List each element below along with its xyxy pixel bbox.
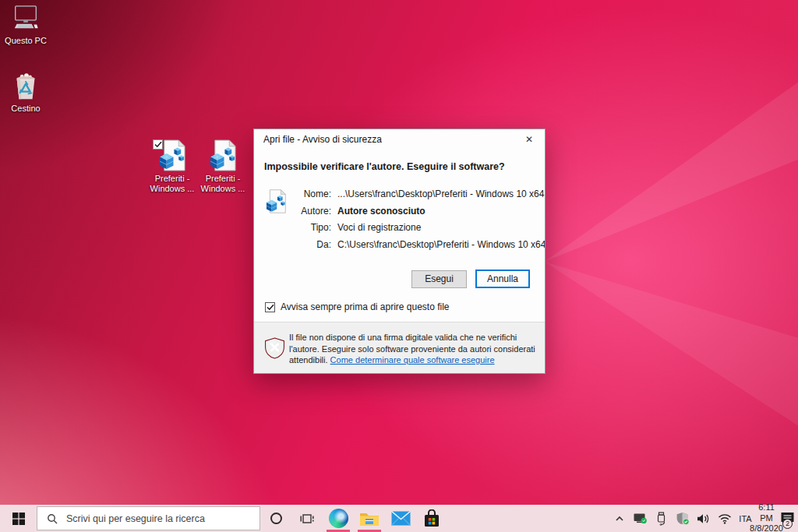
field-value: ...\Users\franc\Desktop\Preferiti - Wind… xyxy=(337,188,545,200)
volume-icon xyxy=(697,513,710,524)
task-view-icon xyxy=(300,513,314,525)
dialog-heading: Impossibile verificare l'autore. Eseguir… xyxy=(264,161,505,172)
taskbar-file-explorer-button[interactable] xyxy=(354,505,385,532)
field-label: Nome: xyxy=(254,188,337,200)
taskbar-search[interactable] xyxy=(37,506,260,530)
cortana-icon xyxy=(270,513,282,524)
label-line2: Windows ... xyxy=(201,184,245,193)
file-info-fields: Nome: ...\Users\franc\Desktop\Preferiti … xyxy=(254,188,545,255)
field-row-tipo: Tipo: Voci di registrazione xyxy=(254,222,545,234)
action-center-button[interactable]: 2 xyxy=(777,505,798,532)
cancel-button[interactable]: Annulla xyxy=(475,270,530,288)
dialog-titlebar[interactable]: Apri file - Avviso di sicurezza ✕ xyxy=(254,129,545,150)
desktop-icon-preferiti-1[interactable]: Preferiti -Windows ... xyxy=(147,139,198,194)
microsoft-store-icon xyxy=(423,509,440,528)
registry-file-icon xyxy=(210,139,237,171)
volume-button[interactable] xyxy=(693,505,714,532)
taskbar-mail-button[interactable] xyxy=(385,505,416,532)
taskbar-clock[interactable]: 6:11 PM 8/8/2020 xyxy=(756,505,777,532)
edge-icon xyxy=(329,509,348,528)
dialog-warning-footer: Il file non dispone di una firma digital… xyxy=(254,322,545,373)
tray-defender-button[interactable] xyxy=(672,505,693,532)
desktop-icon-label: Preferiti -Windows ... xyxy=(147,174,198,194)
search-icon xyxy=(47,513,58,524)
desktop-icon-label: Preferiti -Windows ... xyxy=(197,174,249,194)
desktop[interactable]: Questo PC Cestino Preferiti -Windows ...… xyxy=(0,0,798,532)
desktop-icon-label: Questo PC xyxy=(0,36,51,46)
start-button[interactable] xyxy=(0,505,37,532)
run-button[interactable]: Esegui xyxy=(411,270,467,288)
wifi-button[interactable] xyxy=(714,505,735,532)
field-label: Autore: xyxy=(254,206,337,217)
tray-display-status-button[interactable] xyxy=(630,505,651,532)
hidden-icons-chevron[interactable] xyxy=(609,505,630,532)
windows-logo-wallpaper xyxy=(548,209,659,324)
desktop-icon-label: Cestino xyxy=(0,104,51,114)
recycle-bin-icon xyxy=(11,72,41,101)
notification-badge: 2 xyxy=(782,519,793,529)
taskbar-edge-button[interactable] xyxy=(323,505,354,532)
mail-icon xyxy=(391,511,411,526)
field-row-nome: Nome: ...\Users\franc\Desktop\Preferiti … xyxy=(254,188,545,200)
desktop-icon-questo-pc[interactable]: Questo PC xyxy=(0,4,51,46)
clock-time: 6:11 PM xyxy=(756,502,777,523)
tray-usb-button[interactable] xyxy=(651,505,672,532)
field-label: Tipo: xyxy=(254,222,337,234)
computer-icon xyxy=(11,4,41,33)
field-value: C:\Users\franc\Desktop\Preferiti - Windo… xyxy=(337,239,545,251)
cortana-button[interactable] xyxy=(260,505,291,532)
field-value: Voci di registrazione xyxy=(337,222,425,234)
chevron-up-icon xyxy=(615,516,624,522)
security-warning-dialog: Apri file - Avviso di sicurezza ✕ Imposs… xyxy=(253,129,546,374)
label-line2: Windows ... xyxy=(150,184,195,193)
field-value: Autore sconosciuto xyxy=(337,206,430,217)
windows-start-icon xyxy=(12,513,25,525)
system-tray: ITA 6:11 PM 8/8/2020 2 xyxy=(609,505,798,532)
taskbar: ITA 6:11 PM 8/8/2020 2 xyxy=(0,505,798,532)
desktop-icon-preferiti-2[interactable]: Preferiti -Windows ... xyxy=(197,139,249,194)
checkbox-label: Avvisa sempre prima di aprire questo fil… xyxy=(281,301,450,312)
task-view-button[interactable] xyxy=(291,505,323,532)
close-icon[interactable]: ✕ xyxy=(514,129,545,150)
label-line1: Preferiti - xyxy=(206,174,241,183)
wifi-icon xyxy=(718,513,732,524)
desktop-icon-cestino[interactable]: Cestino xyxy=(0,72,51,114)
dialog-title: Apri file - Avviso di sicurezza xyxy=(263,134,382,145)
field-row-autore: Autore: Autore sconosciuto xyxy=(254,206,545,217)
display-status-icon xyxy=(634,513,648,524)
windows-defender-icon xyxy=(676,512,690,525)
checkbox-checked-icon[interactable] xyxy=(265,302,275,312)
label-line1: Preferiti - xyxy=(155,174,190,183)
file-explorer-icon xyxy=(359,510,380,527)
field-label: Da: xyxy=(254,239,337,251)
selection-checkbox-icon[interactable] xyxy=(153,139,163,150)
security-shield-error-icon xyxy=(264,337,285,359)
field-row-da: Da: C:\Users\franc\Desktop\Preferiti - W… xyxy=(254,239,545,251)
search-input[interactable] xyxy=(65,513,240,525)
warning-text: Il file non dispone di una firma digital… xyxy=(289,332,538,366)
warning-link[interactable]: Come determinare quale software eseguire xyxy=(330,355,495,365)
always-ask-checkbox-row[interactable]: Avvisa sempre prima di aprire questo fil… xyxy=(265,301,450,312)
taskbar-store-button[interactable] xyxy=(416,505,447,532)
usb-eject-icon xyxy=(656,512,666,526)
